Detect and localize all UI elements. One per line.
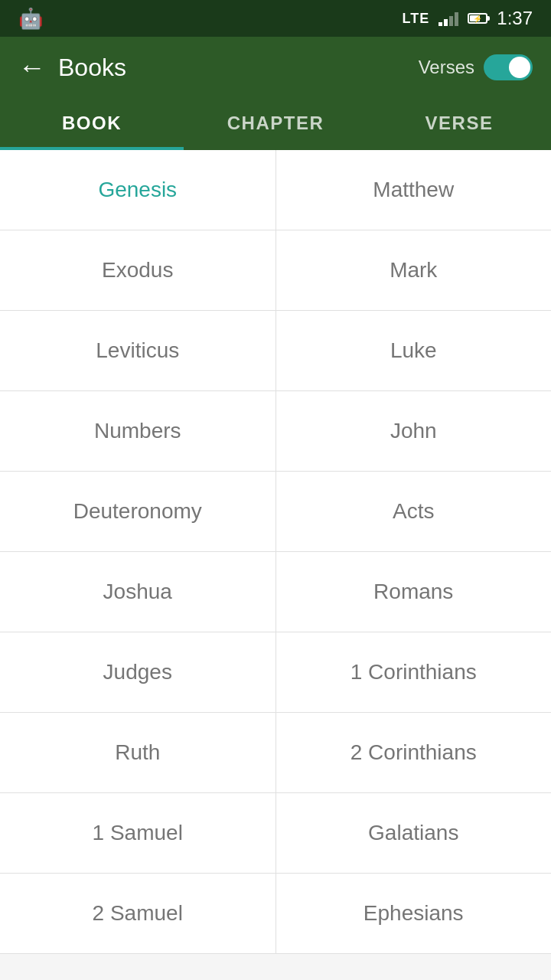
book-cell-right[interactable]: Romans (276, 552, 552, 632)
tab-verse[interactable]: VERSE (367, 98, 551, 148)
book-cell-left[interactable]: Judges (0, 632, 276, 712)
book-list: GenesisMatthewExodusMarkLeviticusLukeNum… (0, 150, 551, 954)
verses-label: Verses (419, 57, 474, 78)
book-row: Judges1 Corinthians (0, 632, 551, 713)
tab-bar: BOOK CHAPTER VERSE (0, 98, 551, 150)
book-row: JoshuaRomans (0, 552, 551, 632)
book-cell-right[interactable]: Mark (276, 230, 552, 310)
status-bar: 🤖 LTE ⚡ 1:37 (0, 0, 551, 37)
app-title: Books (58, 54, 419, 82)
book-cell-left[interactable]: 2 Samuel (0, 874, 276, 953)
book-cell-left[interactable]: Deuteronomy (0, 472, 276, 551)
book-row: 2 SamuelEphesians (0, 874, 551, 954)
book-cell-left[interactable]: Joshua (0, 552, 276, 632)
tab-chapter[interactable]: CHAPTER (184, 98, 367, 148)
book-row: ExodusMark (0, 230, 551, 311)
book-cell-right[interactable]: Luke (276, 311, 552, 390)
book-cell-left[interactable]: Exodus (0, 230, 276, 310)
lte-label: LTE (403, 11, 430, 27)
book-row: DeuteronomyActs (0, 472, 551, 552)
book-cell-right[interactable]: 1 Corinthians (276, 632, 552, 712)
book-row: LeviticusLuke (0, 311, 551, 391)
battery-icon: ⚡ (468, 13, 487, 24)
book-row: NumbersJohn (0, 391, 551, 472)
book-cell-left[interactable]: Genesis (0, 150, 276, 230)
book-cell-left[interactable]: Leviticus (0, 311, 276, 390)
signal-icon (439, 11, 458, 26)
book-cell-right[interactable]: Ephesians (276, 874, 552, 953)
time-display: 1:37 (497, 8, 533, 29)
book-row: 1 SamuelGalatians (0, 793, 551, 874)
book-cell-right[interactable]: Matthew (276, 150, 552, 230)
app-bar: ← Books Verses (0, 37, 551, 98)
book-cell-left[interactable]: 1 Samuel (0, 793, 276, 873)
book-cell-right[interactable]: Galatians (276, 793, 552, 873)
tab-book[interactable]: BOOK (0, 98, 184, 148)
book-row: GenesisMatthew (0, 150, 551, 230)
android-icon: 🤖 (18, 7, 43, 31)
book-cell-right[interactable]: Acts (276, 472, 552, 551)
book-cell-right[interactable]: 2 Corinthians (276, 713, 552, 792)
book-row: Ruth2 Corinthians (0, 713, 551, 793)
verses-toggle[interactable] (484, 54, 533, 80)
book-cell-right[interactable]: John (276, 391, 552, 471)
toggle-knob (509, 57, 530, 78)
book-cell-left[interactable]: Ruth (0, 713, 276, 792)
back-button[interactable]: ← (18, 54, 46, 81)
book-cell-left[interactable]: Numbers (0, 391, 276, 471)
